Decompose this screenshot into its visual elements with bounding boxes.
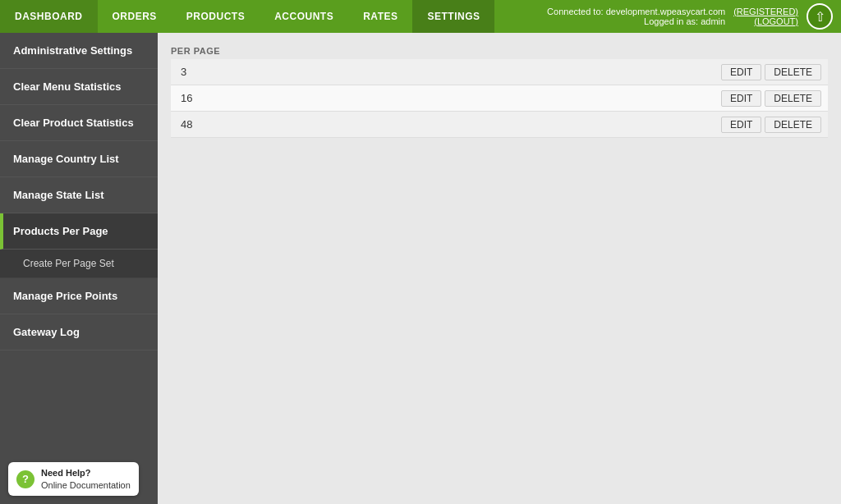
row-value: 3 [171,66,721,78]
sidebar-sub-item-create-per-page-set[interactable]: Create Per Page Set [0,250,158,278]
row-actions: EDITDELETE [721,117,828,133]
nav-settings[interactable]: SETTINGS [412,0,494,33]
nav-products[interactable]: PRODUCTS [172,0,260,33]
edit-button[interactable]: EDIT [721,90,761,107]
help-subtitle: Online Documentation [41,479,131,491]
nav-dashboard[interactable]: DASHBOARD [0,0,98,33]
sidebar-item-products-per-page[interactable]: Products Per Page [0,213,158,250]
row-value: 16 [171,92,721,104]
nav-links: (REGISTERED) (LOGOUT) [733,7,798,26]
content-area: PER PAGE 3EDITDELETE16EDITDELETE48EDITDE… [158,33,841,504]
nav-accounts[interactable]: ACCOUNTS [260,0,348,33]
sidebar-item-clear-product-statistics[interactable]: Clear Product Statistics [0,105,158,141]
table-row: 3EDITDELETE [171,59,828,85]
help-text: Need Help? Online Documentation [41,467,131,491]
sidebar-item-administrative-settings[interactable]: Administrative Settings [0,33,158,69]
main-layout: Administrative Settings Clear Menu Stati… [0,33,841,504]
row-actions: EDITDELETE [721,90,828,107]
delete-button[interactable]: DELETE [765,117,821,133]
nav-rates[interactable]: RATES [348,0,412,33]
per-page-table: 3EDITDELETE16EDITDELETE48EDITDELETE [171,59,828,138]
nav-orders[interactable]: ORDERS [98,0,172,33]
edit-button[interactable]: EDIT [721,117,761,133]
table-row: 48EDITDELETE [171,112,828,138]
sidebar-item-manage-country-list[interactable]: Manage Country List [0,141,158,177]
row-actions: EDITDELETE [721,64,828,80]
top-nav: DASHBOARD ORDERS PRODUCTS ACCOUNTS RATES… [0,0,841,33]
help-icon: ? [16,470,34,488]
delete-button[interactable]: DELETE [765,64,821,80]
sidebar-item-manage-state-list[interactable]: Manage State List [0,177,158,213]
table-row: 16EDITDELETE [171,85,828,112]
logout-label[interactable]: (LOGOUT) [754,16,798,26]
sidebar: Administrative Settings Clear Menu Stati… [0,33,158,504]
help-box[interactable]: ? Need Help? Online Documentation [8,462,139,496]
edit-button[interactable]: EDIT [721,64,761,80]
registered-label[interactable]: (REGISTERED) [733,7,798,16]
delete-button[interactable]: DELETE [765,90,821,107]
row-value: 48 [171,118,721,131]
connected-label: Connected to: development.wpeasycart.com [547,7,725,16]
per-page-section-label: PER PAGE [171,46,828,56]
logged-in-label: Logged in as: admin [644,16,725,26]
help-title: Need Help? [41,467,131,479]
sidebar-item-clear-menu-statistics[interactable]: Clear Menu Statistics [0,69,158,105]
sidebar-item-manage-price-points[interactable]: Manage Price Points [0,278,158,314]
user-avatar[interactable]: ⇧ [807,3,833,30]
nav-info: Connected to: development.wpeasycart.com… [547,7,725,26]
nav-right: Connected to: development.wpeasycart.com… [547,0,841,33]
sidebar-item-gateway-log[interactable]: Gateway Log [0,314,158,351]
